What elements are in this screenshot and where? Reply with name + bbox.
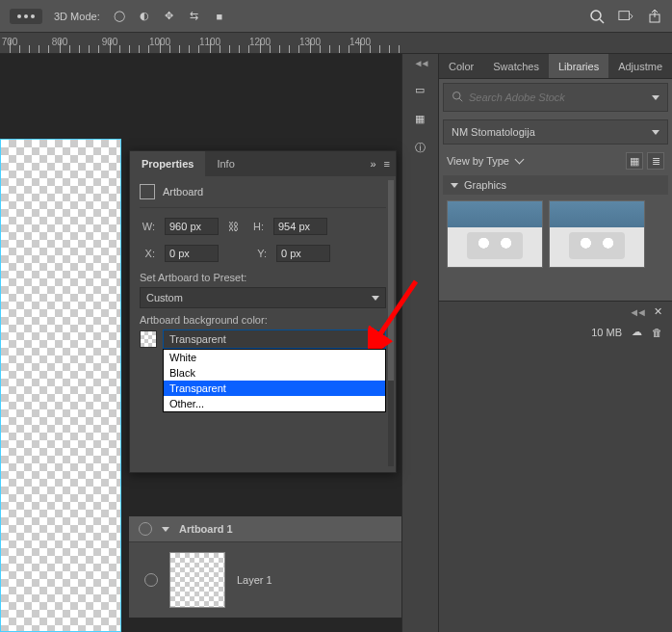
view-by-label[interactable]: View by Type bbox=[447, 155, 523, 167]
library-asset-thumbnail[interactable] bbox=[549, 200, 645, 268]
library-asset-thumbnail[interactable] bbox=[447, 200, 543, 268]
artboard-canvas[interactable] bbox=[0, 139, 121, 632]
libraries-panel: Color Swatches Libraries Adjustme NM Sto… bbox=[439, 54, 672, 632]
cloud-icon[interactable]: ☁ bbox=[632, 326, 642, 338]
width-input[interactable] bbox=[165, 218, 219, 235]
bg-option[interactable]: White bbox=[164, 350, 385, 365]
layer-name: Layer 1 bbox=[237, 574, 272, 586]
list-view-icon[interactable]: ≣ bbox=[647, 152, 664, 170]
chevron-down-icon[interactable] bbox=[162, 527, 169, 532]
chevron-down-icon bbox=[652, 130, 659, 135]
dock-collapse-icon[interactable]: ◄◄ bbox=[629, 306, 644, 318]
rotate-icon[interactable]: ◐ bbox=[137, 9, 152, 24]
svg-point-5 bbox=[452, 92, 460, 100]
info-icon[interactable]: ⓘ bbox=[412, 140, 427, 155]
layers-section: Artboard 1 Layer 1 bbox=[129, 516, 401, 618]
mode-label: 3D Mode: bbox=[54, 11, 100, 22]
collapsed-dock: ◄◄ ▭ ▦ ⓘ bbox=[402, 54, 439, 632]
expand-panel-icon[interactable]: » bbox=[370, 158, 375, 170]
h-label: H: bbox=[248, 221, 264, 232]
svg-line-1 bbox=[600, 19, 604, 23]
tab-color[interactable]: Color bbox=[439, 54, 483, 78]
artboard-row[interactable]: Artboard 1 bbox=[129, 516, 401, 542]
properties-panel: Properties Info » ≡ Artboard W: ⛓ H: bbox=[129, 150, 397, 473]
screen-mode-icon[interactable] bbox=[618, 9, 633, 24]
height-input[interactable] bbox=[273, 218, 327, 235]
stock-search[interactable] bbox=[443, 83, 668, 112]
svg-rect-2 bbox=[619, 11, 630, 19]
svg-point-0 bbox=[591, 11, 601, 20]
tab-libraries[interactable]: Libraries bbox=[549, 54, 608, 78]
chevron-down-icon bbox=[372, 296, 379, 301]
visibility-icon[interactable] bbox=[144, 573, 158, 587]
visibility-icon[interactable] bbox=[139, 522, 152, 536]
panel-menu-icon[interactable]: ≡ bbox=[384, 158, 390, 170]
bg-color-select[interactable]: Transparent WhiteBlackTransparentOther..… bbox=[163, 329, 386, 349]
bg-color-label: Artboard background color: bbox=[140, 314, 386, 326]
preset-select[interactable]: Custom bbox=[140, 287, 386, 308]
bg-option[interactable]: Other... bbox=[164, 396, 385, 411]
layer-row[interactable]: Layer 1 bbox=[129, 542, 401, 618]
trash-icon[interactable]: 🗑 bbox=[652, 327, 662, 338]
slide-icon[interactable]: ⇆ bbox=[187, 9, 202, 24]
graphics-section-header[interactable]: Graphics bbox=[443, 175, 668, 195]
bg-color-swatch[interactable] bbox=[140, 330, 157, 348]
search-icon bbox=[452, 91, 463, 104]
library-size: 10 MB bbox=[591, 327, 622, 338]
x-input[interactable] bbox=[165, 245, 219, 262]
share-icon[interactable] bbox=[647, 9, 662, 24]
search-icon[interactable] bbox=[589, 9, 605, 24]
artboard-type-label: Artboard bbox=[163, 186, 203, 198]
bg-color-dropdown[interactable]: WhiteBlackTransparentOther... bbox=[163, 349, 386, 412]
tab-info[interactable]: Info bbox=[205, 151, 246, 176]
dock-collapse-icon[interactable]: ◄◄ bbox=[414, 58, 427, 68]
mode-icons: ◯ ◐ ✥ ⇆ ■ bbox=[112, 9, 227, 24]
link-dimensions-icon[interactable]: ⛓ bbox=[228, 221, 239, 232]
app-topbar: 3D Mode: ◯ ◐ ✥ ⇆ ■ bbox=[0, 0, 672, 33]
tab-adjustments[interactable]: Adjustme bbox=[608, 54, 672, 78]
tab-swatches[interactable]: Swatches bbox=[483, 54, 549, 78]
svg-line-6 bbox=[459, 98, 462, 101]
preset-label: Set Artboard to Preset: bbox=[140, 272, 386, 283]
chevron-down-icon bbox=[372, 337, 379, 342]
artboard-icon bbox=[140, 184, 155, 199]
library-select[interactable]: NM Stomatologija bbox=[443, 119, 668, 145]
x-label: X: bbox=[140, 248, 155, 259]
orbit-icon[interactable]: ◯ bbox=[112, 9, 127, 24]
paragraph-icon[interactable]: ▦ bbox=[412, 111, 427, 126]
grid-view-icon[interactable]: ▦ bbox=[626, 152, 643, 170]
more-options-button[interactable] bbox=[10, 9, 42, 24]
horizontal-ruler: 70080090010001100120013001400 bbox=[0, 33, 672, 54]
artboard-name: Artboard 1 bbox=[179, 523, 233, 535]
y-input[interactable] bbox=[276, 245, 330, 262]
chevron-down-icon[interactable] bbox=[652, 95, 659, 100]
stock-search-input[interactable] bbox=[469, 92, 646, 103]
tab-properties[interactable]: Properties bbox=[130, 151, 205, 176]
bg-option[interactable]: Black bbox=[164, 365, 385, 381]
panel-close-icon[interactable]: ✕ bbox=[654, 305, 662, 318]
layer-thumbnail bbox=[169, 552, 225, 608]
chevron-down-icon bbox=[451, 183, 458, 188]
pan-icon[interactable]: ✥ bbox=[162, 9, 177, 24]
canvas-area: Properties Info » ≡ Artboard W: ⛓ H: bbox=[0, 54, 401, 632]
y-label: Y: bbox=[251, 248, 267, 259]
panel-scrollbar[interactable] bbox=[388, 180, 394, 466]
history-icon[interactable]: ▭ bbox=[412, 82, 427, 97]
w-label: W: bbox=[140, 221, 155, 232]
bg-option[interactable]: Transparent bbox=[164, 381, 385, 396]
camera-icon[interactable]: ■ bbox=[212, 9, 227, 24]
